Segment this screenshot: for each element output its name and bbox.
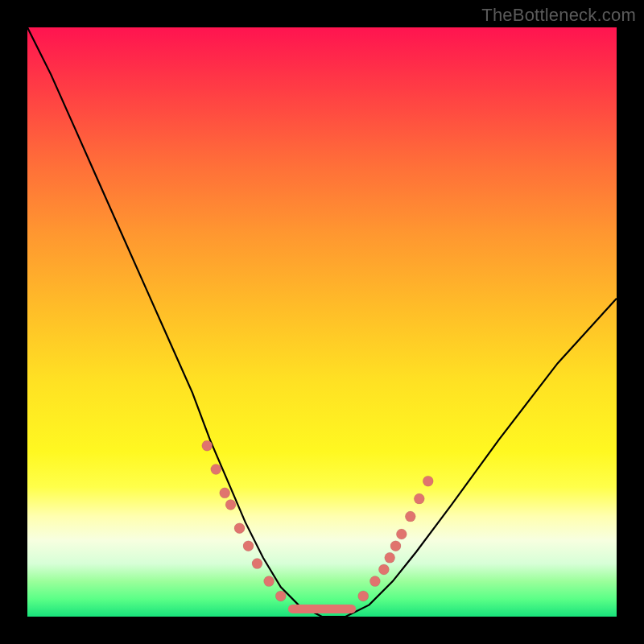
marker-dot <box>264 576 275 587</box>
bottleneck-curve-path <box>27 27 617 617</box>
marker-dot <box>243 541 254 551</box>
marker-dot <box>358 591 369 601</box>
marker-dot <box>202 440 213 451</box>
marker-dot <box>275 591 286 601</box>
marker-dot <box>385 552 395 563</box>
watermark-text: TheBottleneck.com <box>481 5 636 26</box>
marker-dot <box>423 476 433 486</box>
marker-dot <box>369 576 380 587</box>
chart-plot-area <box>27 27 617 617</box>
marker-dot <box>414 493 424 504</box>
marker-dot <box>378 564 389 575</box>
marker-dot <box>405 511 415 522</box>
marker-cluster-right <box>358 476 434 601</box>
marker-dot <box>220 488 230 498</box>
bottleneck-curve-svg <box>27 27 617 617</box>
marker-dot <box>225 499 236 510</box>
marker-dot <box>211 464 221 475</box>
marker-dot <box>390 541 401 551</box>
marker-dot <box>252 559 262 569</box>
marker-dot <box>396 529 407 539</box>
marker-dot <box>234 523 245 534</box>
